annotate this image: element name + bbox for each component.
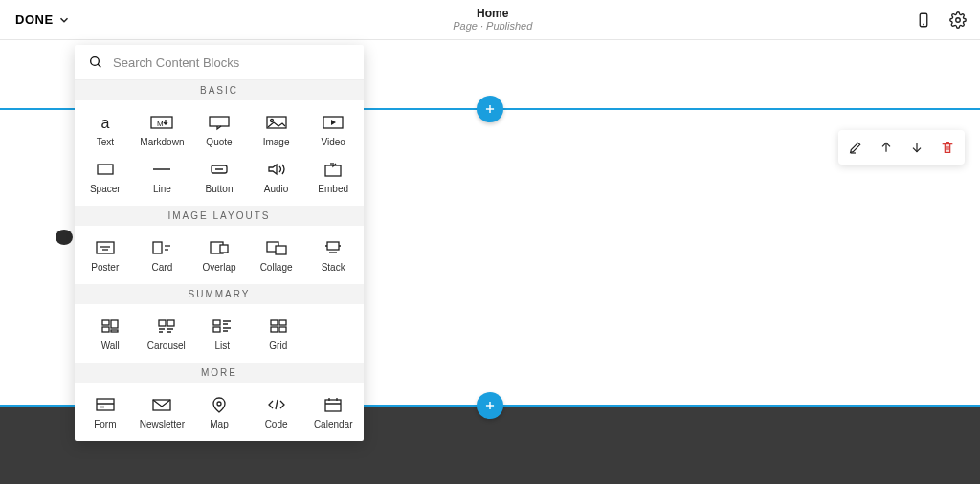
block-wall[interactable]: Wall xyxy=(82,310,139,357)
svg-point-2 xyxy=(956,17,961,22)
page-subtitle: Page · Published xyxy=(453,20,532,33)
block-poster[interactable]: Poster xyxy=(77,231,134,278)
svg-rect-68 xyxy=(325,400,341,411)
grid-image-layouts: Poster Card Overlap Collage Stack xyxy=(75,226,364,284)
svg-text:M: M xyxy=(157,120,164,128)
svg-text:a: a xyxy=(100,115,109,131)
section-header-basic: BASIC xyxy=(75,80,364,100)
block-map[interactable]: Map xyxy=(190,388,248,435)
svg-rect-58 xyxy=(271,320,278,325)
block-audio[interactable]: Audio xyxy=(248,153,305,200)
block-line[interactable]: Line xyxy=(134,153,191,200)
svg-rect-42 xyxy=(102,320,109,325)
gear-icon[interactable] xyxy=(949,11,967,29)
svg-point-66 xyxy=(217,402,221,406)
line-icon xyxy=(148,161,175,178)
svg-rect-37 xyxy=(276,246,286,254)
grid-more: Form Newsletter Map Code Calendar xyxy=(75,383,364,441)
move-up-button[interactable] xyxy=(873,134,900,161)
svg-rect-28 xyxy=(97,242,114,253)
svg-rect-62 xyxy=(97,399,114,410)
overlap-icon xyxy=(206,239,233,256)
block-action-toolbar xyxy=(838,130,965,165)
calendar-icon xyxy=(320,396,346,413)
svg-rect-17 xyxy=(210,117,229,126)
code-icon xyxy=(263,396,290,413)
block-insertion-marker[interactable] xyxy=(56,230,73,245)
svg-rect-45 xyxy=(111,330,118,332)
block-quote[interactable]: Quote xyxy=(190,106,248,153)
svg-rect-61 xyxy=(279,327,286,332)
block-card[interactable]: Card xyxy=(134,231,191,278)
block-overlap[interactable]: Overlap xyxy=(190,231,248,278)
editor-canvas: BASIC a Text M Markdown Quote Image Vide… xyxy=(0,40,980,484)
block-form[interactable]: Form xyxy=(77,388,134,435)
section-header-more: MORE xyxy=(75,363,364,383)
spacer-icon xyxy=(92,161,119,178)
block-calendar[interactable]: Calendar xyxy=(304,388,362,435)
add-section-button-bottom[interactable] xyxy=(477,392,503,419)
block-embed[interactable]: Embed xyxy=(304,153,362,200)
block-markdown[interactable]: M Markdown xyxy=(134,106,191,153)
svg-rect-47 xyxy=(167,320,174,326)
done-label: DONE xyxy=(15,12,54,27)
svg-rect-52 xyxy=(213,320,220,325)
chevron-down-icon xyxy=(57,13,71,27)
block-video[interactable]: Video xyxy=(304,106,362,153)
wall-icon xyxy=(97,318,123,335)
svg-marker-21 xyxy=(331,120,336,125)
edit-button[interactable] xyxy=(842,134,869,161)
svg-rect-31 xyxy=(153,242,162,253)
svg-line-13 xyxy=(98,64,100,67)
block-code[interactable]: Code xyxy=(248,388,305,435)
search-icon xyxy=(88,55,103,70)
block-image[interactable]: Image xyxy=(248,106,305,153)
content-block-picker: BASIC a Text M Markdown Quote Image Vide… xyxy=(75,45,364,441)
delete-button[interactable] xyxy=(934,134,961,161)
svg-marker-26 xyxy=(269,165,277,174)
add-section-button-top[interactable] xyxy=(477,96,503,122)
move-down-button[interactable] xyxy=(903,134,930,161)
newsletter-icon xyxy=(148,396,175,413)
list-icon xyxy=(209,318,235,335)
svg-rect-46 xyxy=(159,320,166,326)
block-stack[interactable]: Stack xyxy=(304,231,362,278)
stack-icon xyxy=(320,239,346,256)
svg-point-12 xyxy=(91,57,100,66)
block-collage[interactable]: Collage xyxy=(248,231,305,278)
audio-icon xyxy=(263,161,290,178)
svg-rect-18 xyxy=(267,117,286,128)
card-icon xyxy=(148,239,175,256)
svg-rect-60 xyxy=(271,327,278,332)
svg-rect-22 xyxy=(98,165,113,174)
section-header-summary: SUMMARY xyxy=(75,284,364,304)
poster-icon xyxy=(92,239,119,256)
markdown-icon: M xyxy=(148,114,175,131)
svg-rect-38 xyxy=(327,242,339,250)
page-title-block: Home Page · Published xyxy=(453,7,532,33)
svg-rect-59 xyxy=(279,320,286,325)
svg-rect-55 xyxy=(213,327,220,332)
quote-icon xyxy=(206,114,233,131)
block-newsletter[interactable]: Newsletter xyxy=(134,388,191,435)
svg-rect-43 xyxy=(111,320,118,328)
svg-rect-44 xyxy=(102,327,109,332)
image-icon xyxy=(263,114,290,131)
search-input[interactable] xyxy=(113,55,350,70)
embed-icon xyxy=(320,161,346,178)
search-row xyxy=(75,45,364,80)
block-spacer[interactable]: Spacer xyxy=(77,153,134,200)
block-button[interactable]: Button xyxy=(190,153,248,200)
video-icon xyxy=(320,114,346,131)
mobile-preview-icon[interactable] xyxy=(915,11,932,29)
block-carousel[interactable]: Carousel xyxy=(139,310,195,357)
svg-line-67 xyxy=(276,400,278,409)
done-button[interactable]: DONE xyxy=(15,12,71,27)
form-icon xyxy=(92,396,119,413)
svg-rect-35 xyxy=(220,245,228,253)
block-list[interactable]: List xyxy=(194,310,251,357)
grid-summary: Wall Carousel List Grid xyxy=(75,304,364,363)
block-grid[interactable]: Grid xyxy=(251,310,307,357)
block-text[interactable]: a Text xyxy=(77,106,134,153)
text-icon: a xyxy=(92,114,119,131)
